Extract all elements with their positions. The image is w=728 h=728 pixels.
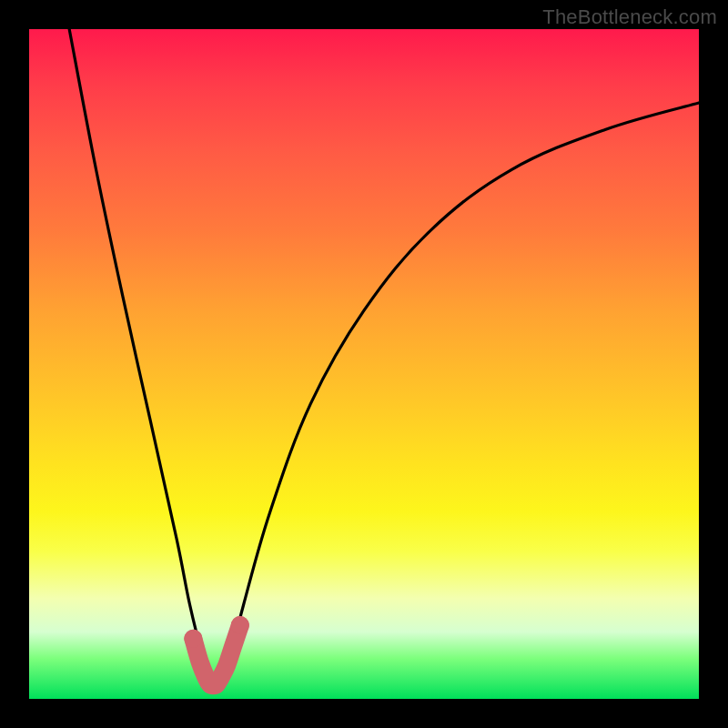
bottleneck-curve-path	[69, 29, 699, 685]
svg-point-0	[184, 630, 202, 648]
watermark-text: TheBottleneck.com	[542, 5, 717, 29]
chart-frame: TheBottleneck.com	[0, 0, 728, 728]
svg-point-1	[231, 616, 249, 634]
chart-svg	[29, 29, 699, 699]
